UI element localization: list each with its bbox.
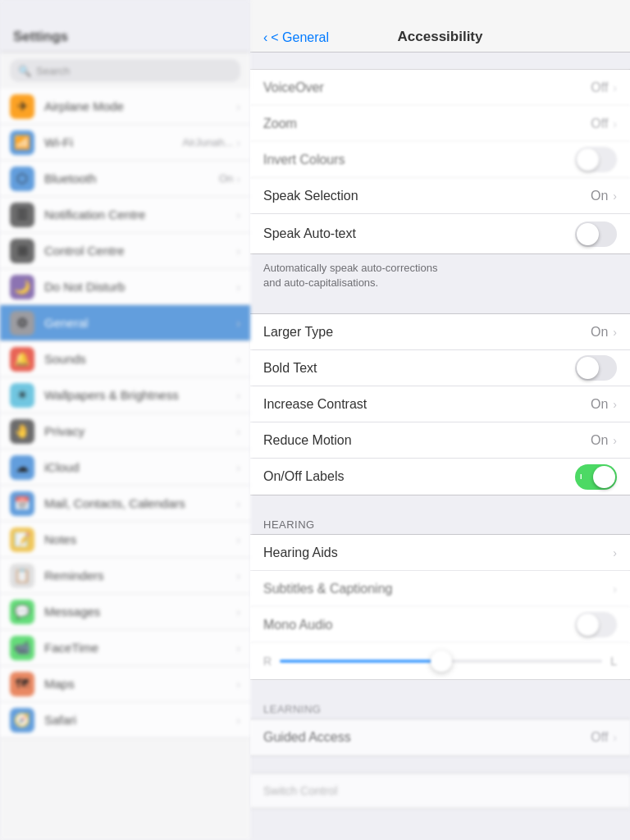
reduce-motion-chevron: › — [613, 434, 617, 447]
slider-fill — [280, 660, 441, 663]
zoom-row[interactable]: Zoom Off › — [250, 106, 630, 142]
sidebar-chevron-wallpaper: › — [236, 389, 240, 402]
interaction-section: Larger Type On › Bold Text Increase Cont… — [250, 313, 630, 495]
sidebar-item-dnd[interactable]: 🌙Do Not Disturb› — [0, 269, 250, 305]
speak-selection-row[interactable]: Speak Selection On › — [250, 178, 630, 214]
hearing-aids-row[interactable]: Hearing Aids › — [250, 535, 630, 571]
sidebar-chevron-airplane: › — [236, 100, 240, 113]
sidebar-item-maps[interactable]: 🗺Maps› — [0, 666, 250, 702]
invert-colours-toggle[interactable] — [575, 147, 617, 172]
mono-audio-label: Mono Audio — [263, 618, 575, 632]
maps-icon: 🗺 — [10, 672, 34, 696]
speak-autotext-label: Speak Auto-text — [263, 226, 575, 241]
sidebar-chevron-reminders: › — [236, 569, 240, 582]
sidebar-item-facetime[interactable]: 📹FaceTime› — [0, 630, 250, 666]
sidebar-item-messages[interactable]: 💬Messages› — [0, 594, 250, 630]
safari-icon: 🧭 — [10, 708, 34, 733]
onoff-labels-row[interactable]: On/Off Labels I — [250, 459, 630, 495]
sidebar-item-wallpaper[interactable]: ☀Wallpapers & Brightness› — [0, 377, 250, 413]
sidebar-item-safari[interactable]: 🧭Safari› — [0, 702, 250, 738]
zoom-label: Zoom — [263, 116, 591, 131]
audio-balance-slider[interactable] — [280, 660, 602, 663]
sidebar-item-privacy[interactable]: 🤚Privacy› — [0, 413, 250, 450]
contacts-icon: 📅 — [10, 491, 34, 516]
speak-autotext-footer: Automatically speak auto-correctionsand … — [250, 254, 630, 297]
onoff-labels-toggle[interactable]: I — [575, 464, 617, 490]
sidebar-item-airplane[interactable]: ✈Airplane Mode› — [0, 89, 250, 125]
control-icon: ⊞ — [10, 239, 34, 263]
speak-autotext-toggle[interactable] — [575, 221, 617, 247]
facetime-icon: 📹 — [10, 636, 34, 660]
nav-bar: ‹ < General Accessibility — [250, 0, 630, 52]
bluetooth-icon: ⬡ — [10, 167, 34, 191]
sidebar-chevron-contacts: › — [236, 497, 240, 510]
sidebar-item-wifi[interactable]: 📶Wi-FiAirJunah...› — [0, 125, 250, 161]
sidebar-item-notes[interactable]: 📝Notes› — [0, 522, 250, 558]
sidebar-item-sounds[interactable]: 🔔Sounds› — [0, 341, 250, 377]
sidebar-chevron-maps: › — [236, 678, 240, 691]
larger-type-value: On — [591, 325, 608, 340]
increase-contrast-value: On — [591, 397, 608, 412]
guided-access-value: Off — [591, 730, 608, 745]
guided-access-row[interactable]: Guided Access Off › — [250, 719, 630, 756]
subtitles-row[interactable]: Subtitles & Captioning › — [250, 571, 630, 607]
audio-balance-row[interactable]: R L — [250, 643, 630, 679]
speak-selection-chevron: › — [613, 189, 617, 203]
sidebar-item-contacts[interactable]: 📅Mail, Contacts, Calendars› — [0, 486, 250, 522]
hearing-section: HEARING Hearing Aids › Subtitles & Capti… — [250, 512, 630, 680]
sidebar: Settings 🔍 Search ✈Airplane Mode›📶Wi-FiA… — [0, 0, 250, 840]
reduce-motion-label: Reduce Motion — [263, 433, 591, 448]
notifications-icon: ☰ — [10, 203, 34, 227]
privacy-icon: 🤚 — [10, 419, 34, 444]
back-button[interactable]: ‹ < General — [263, 30, 329, 45]
increase-contrast-label: Increase Contrast — [263, 397, 591, 412]
general-icon: ⚙ — [10, 311, 34, 336]
increase-contrast-row[interactable]: Increase Contrast On › — [250, 386, 630, 422]
sidebar-label-facetime: FaceTime — [44, 641, 236, 655]
sidebar-label-bluetooth: Bluetooth — [44, 171, 219, 185]
sidebar-chevron-notes: › — [236, 533, 240, 546]
guided-access-label: Guided Access — [263, 730, 591, 745]
sidebar-item-general[interactable]: ⚙General› — [0, 305, 250, 341]
sidebar-item-reminders[interactable]: 📋Reminders› — [0, 558, 250, 594]
sidebar-label-sounds: Sounds — [44, 352, 236, 366]
invert-colours-row[interactable]: Invert Colours — [250, 142, 630, 178]
speak-selection-value: On — [591, 189, 608, 203]
speak-selection-label: Speak Selection — [263, 189, 591, 203]
mono-audio-knob — [577, 614, 599, 636]
larger-type-chevron: › — [613, 326, 617, 339]
sidebar-label-airplane: Airplane Mode — [44, 99, 236, 113]
sidebar-title: Settings — [13, 29, 68, 45]
vision-section: VoiceOver Off › Zoom Off › Invert Colour… — [250, 69, 630, 297]
slider-thumb[interactable] — [431, 651, 452, 672]
sidebar-chevron-general: › — [236, 317, 240, 330]
mono-audio-toggle[interactable] — [575, 612, 617, 637]
bold-text-row[interactable]: Bold Text — [250, 350, 630, 386]
increase-contrast-chevron: › — [613, 398, 617, 411]
content-scroll[interactable]: VoiceOver Off › Zoom Off › Invert Colour… — [250, 52, 630, 840]
sidebar-chevron-bluetooth: › — [236, 172, 240, 185]
sidebar-item-cloud[interactable]: ☁iCloud› — [0, 450, 250, 486]
reduce-motion-row[interactable]: Reduce Motion On › — [250, 422, 630, 459]
messages-icon: 💬 — [10, 600, 34, 624]
voiceover-row[interactable]: VoiceOver Off › — [250, 70, 630, 106]
sidebar-item-bluetooth[interactable]: ⬡BluetoothOn› — [0, 161, 250, 197]
mono-audio-row[interactable]: Mono Audio — [250, 607, 630, 643]
sidebar-chevron-control: › — [236, 244, 240, 258]
learning-section: LEARNING Guided Access Off › Switch Cont… — [250, 696, 630, 809]
speak-autotext-row[interactable]: Speak Auto-text — [250, 214, 630, 253]
bold-text-toggle[interactable] — [575, 355, 617, 381]
sidebar-item-notifications[interactable]: ☰Notification Centre› — [0, 197, 250, 233]
dnd-icon: 🌙 — [10, 275, 34, 299]
sidebar-item-control[interactable]: ⊞Control Centre› — [0, 233, 250, 269]
hearing-group: Hearing Aids › Subtitles & Captioning › … — [250, 534, 630, 680]
sidebar-label-control: Control Centre — [44, 244, 236, 258]
sidebar-chevron-messages: › — [236, 605, 240, 619]
larger-type-label: Larger Type — [263, 325, 591, 340]
sidebar-label-cloud: iCloud — [44, 460, 236, 474]
wifi-icon: 📶 — [10, 130, 34, 155]
onoff-labels-label: On/Off Labels — [263, 469, 575, 484]
sidebar-chevron-dnd: › — [236, 281, 240, 294]
sidebar-chevron-wifi: › — [236, 136, 240, 149]
larger-type-row[interactable]: Larger Type On › — [250, 314, 630, 350]
